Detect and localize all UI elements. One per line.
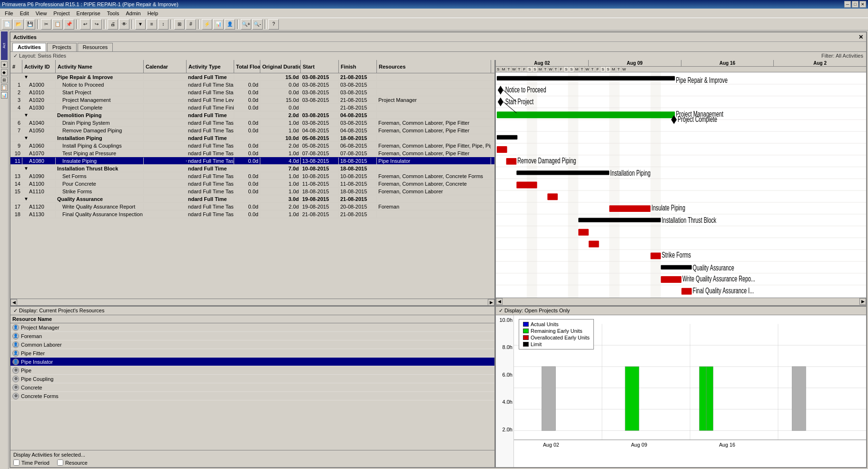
check-resource[interactable]: Resource — [57, 459, 88, 466]
menu-view[interactable]: View — [33, 10, 50, 17]
cut-button[interactable]: ✂ — [41, 19, 51, 30]
gantt-scroll-right[interactable]: ▶ — [859, 298, 866, 305]
table-row[interactable]: ▼ Installation Piping ndard Full Time 10… — [10, 134, 494, 142]
save-button[interactable]: 💾 — [25, 19, 35, 30]
check-time-period[interactable]: Time Period — [13, 459, 49, 466]
gantt-scroll-left[interactable]: ◀ — [496, 298, 503, 305]
schedule-button[interactable]: ⚡ — [202, 19, 212, 30]
resource-item-forms[interactable]: ⚙ Concrete Forms — [10, 392, 494, 400]
undo-button[interactable]: ↩ — [80, 19, 90, 30]
col-header-float[interactable]: Total Float — [234, 60, 260, 73]
new-button[interactable]: 📄 — [2, 19, 12, 30]
table-row[interactable]: 3 A1020 Project Management ndard Full Ti… — [10, 96, 494, 104]
expand-icon[interactable]: ▼ — [24, 112, 29, 118]
table-row[interactable]: ▼ Quality Assurance ndard Full Time 3.0d… — [10, 195, 494, 203]
cell-num: 3 — [10, 97, 22, 103]
print-button[interactable]: 🖨 — [108, 19, 118, 30]
expand-icon[interactable]: ▼ — [24, 196, 29, 201]
menu-help[interactable]: Help — [145, 10, 161, 17]
assign-button[interactable]: 👤 — [225, 19, 235, 30]
sidebar-btn-3[interactable]: ⊞ — [1, 77, 8, 83]
table-row[interactable]: 9 A1060 Install Piping & Couplings ndard… — [10, 142, 494, 150]
sidebar-btn-4[interactable]: 📋 — [1, 84, 8, 91]
table-row[interactable]: 15 A1110 Strike Forms ndard Full Time Ta… — [10, 188, 494, 195]
cell-num: 11 — [10, 158, 22, 164]
group-button[interactable]: ≡ — [147, 19, 157, 30]
col-header-cal[interactable]: Calendar — [144, 60, 187, 73]
zoom-out-button[interactable]: 🔍- — [252, 19, 263, 30]
scroll-right-btn[interactable]: ▶ — [488, 299, 494, 305]
col-header-num[interactable]: # — [10, 60, 22, 73]
table-row[interactable]: 4 A1030 Project Complete ndard Full Time… — [10, 104, 494, 111]
table-row[interactable]: ▼ Pipe Repair & Improve ndard Full Time … — [10, 73, 494, 81]
sidebar-btn-5[interactable]: 📊 — [1, 92, 8, 99]
col-header-id[interactable]: Activity ID — [22, 60, 56, 73]
preview-button[interactable]: 👁 — [119, 19, 129, 30]
col-header-type[interactable]: Activity Type — [187, 60, 234, 73]
table-row[interactable]: 2 A1010 Start Project ndard Full Time St… — [10, 89, 494, 96]
table-row[interactable]: 7 A1050 Remove Damaged Piping ndard Full… — [10, 127, 494, 134]
bars-button[interactable]: # — [186, 19, 196, 30]
tab-activities[interactable]: Activities — [12, 43, 46, 51]
redo-button[interactable]: ↪ — [91, 19, 102, 30]
svg-text:Remove Damaged Piping: Remove Damaged Piping — [517, 156, 576, 165]
minimize-button[interactable]: ─ — [844, 1, 851, 8]
table-row[interactable]: ▼ Demolition Piping ndard Full Time 2.0d… — [10, 111, 494, 119]
checkbox-resource[interactable] — [57, 459, 63, 466]
resource-item-laborer[interactable]: 👤 Common Laborer — [10, 340, 494, 349]
menu-admin[interactable]: Admin — [123, 10, 143, 17]
table-row[interactable]: 13 A1090 Set Forms ndard Full Time Task … — [10, 172, 494, 180]
cell-finish: 18-08-2015 — [339, 158, 377, 164]
resource-item-pipe[interactable]: ⚙ Pipe — [10, 366, 494, 375]
close-button[interactable]: ✕ — [859, 1, 866, 8]
open-button[interactable]: 📂 — [13, 19, 24, 30]
menu-file[interactable]: File — [2, 10, 16, 17]
resource-item-insulator[interactable]: 👤 Pipe Insulator — [10, 358, 494, 366]
sidebar-btn-2[interactable]: ◆ — [1, 69, 8, 76]
col-header-finish[interactable]: Finish — [339, 60, 377, 73]
panel-close-button[interactable]: ✕ — [858, 34, 863, 40]
sidebar-btn-1[interactable]: ★ — [1, 61, 8, 68]
table-row[interactable]: 17 A1120 Write Quality Assurance Report … — [10, 203, 494, 210]
col-header-dur[interactable]: Original Duration — [260, 60, 301, 73]
columns-button[interactable]: ⊞ — [174, 19, 185, 30]
chart-display-label: ✓ — [499, 308, 504, 313]
expand-icon[interactable]: ▼ — [24, 166, 29, 171]
checkbox-time-period[interactable] — [13, 459, 20, 466]
menu-project[interactable]: Project — [50, 10, 72, 17]
menu-edit[interactable]: Edit — [17, 10, 32, 17]
menu-enterprise[interactable]: Enterprise — [74, 10, 103, 17]
legend-item-overalloc: Overallocated Early Units — [523, 335, 590, 340]
help-button[interactable]: ? — [268, 19, 279, 30]
zoom-in-button[interactable]: 🔍+ — [241, 19, 251, 30]
col-header-name[interactable]: Activity Name — [56, 60, 144, 73]
table-row[interactable]: 1 A1000 Notice to Proceed ndard Full Tim… — [10, 81, 494, 89]
resource-item-concrete[interactable]: ⚙ Concrete — [10, 383, 494, 392]
table-row[interactable]: ▼ Installation Thrust Block ndard Full T… — [10, 165, 494, 172]
table-row[interactable]: 14 A1100 Pour Concrete ndard Full Time T… — [10, 180, 494, 188]
table-row[interactable]: 6 A1040 Drain Piping System ndard Full T… — [10, 119, 494, 127]
col-header-start[interactable]: Start — [301, 60, 339, 73]
scroll-left-btn[interactable]: ◀ — [10, 299, 17, 305]
grid-hscroll[interactable]: ◀ ▶ — [10, 299, 494, 305]
tab-projects[interactable]: Projects — [47, 43, 77, 51]
tab-resources[interactable]: Resources — [78, 43, 113, 51]
table-row-selected[interactable]: 11 A1080 Insulate Piping ndard Full Time… — [10, 157, 494, 165]
paste-button[interactable]: 📌 — [64, 19, 74, 30]
maximize-button[interactable]: □ — [852, 1, 858, 8]
sort-button[interactable]: ↕ — [158, 19, 168, 30]
resource-item-coupling[interactable]: ⚙ Pipe Coupling — [10, 375, 494, 383]
table-row[interactable]: 10 A1070 Test Piping at Pressure ndard F… — [10, 150, 494, 157]
col-header-res[interactable]: Resources — [377, 60, 491, 73]
level-button[interactable]: 📊 — [213, 19, 224, 30]
resource-item-pm[interactable]: 👤 Project Manager — [10, 323, 494, 332]
expand-icon[interactable]: ▼ — [24, 74, 29, 80]
menu-tools[interactable]: Tools — [104, 10, 122, 17]
resource-item-fitter[interactable]: 👤 Pipe Fitter — [10, 349, 494, 358]
expand-icon[interactable]: ▼ — [24, 135, 29, 140]
copy-button[interactable]: 📋 — [52, 19, 63, 30]
table-row[interactable]: 18 A1130 Final Quality Assurance Inspect… — [10, 210, 494, 218]
resource-item-foreman[interactable]: 👤 Foreman — [10, 332, 494, 340]
cell-type: ndard Full Time Task Dependent — [187, 173, 234, 180]
filter-button[interactable]: ▼ — [135, 19, 146, 30]
